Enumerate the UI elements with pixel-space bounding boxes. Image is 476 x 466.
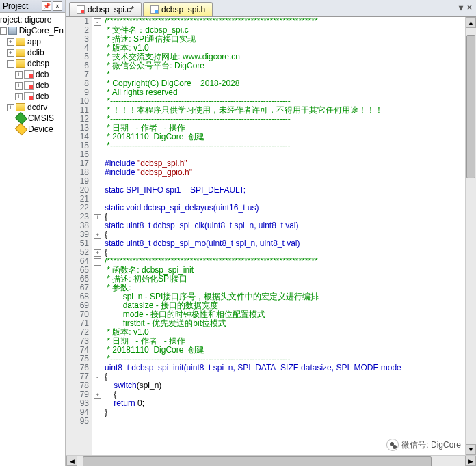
expand-icon[interactable]: - <box>0 27 7 35</box>
scroll-down-button[interactable]: ▼ <box>466 444 476 455</box>
tree-item[interactable]: CMSIS <box>0 113 65 124</box>
panel-close-icon[interactable]: × <box>53 1 62 11</box>
tree-item[interactable]: Device <box>0 124 65 135</box>
tab-close-icon[interactable]: × <box>467 3 472 12</box>
expand-icon <box>7 126 14 133</box>
comp-green-icon <box>15 112 27 124</box>
scroll-up-button[interactable]: ▲ <box>466 17 476 28</box>
folder-icon <box>16 103 25 111</box>
panel-header: Project 📌 × <box>0 0 65 13</box>
tab-bar: dcbsp_spi.c*dcbsp_spi.h ▾ × <box>66 0 476 17</box>
file-c-icon <box>24 81 34 90</box>
editor-tab[interactable]: dcbsp_spi.c* <box>69 2 142 16</box>
expand-icon <box>7 115 14 122</box>
tree-item-label: CMSIS <box>28 113 54 123</box>
folder-icon <box>16 38 25 46</box>
project-root[interactable]: roject: digcore <box>0 14 65 25</box>
hscroll-thumb[interactable] <box>83 456 432 466</box>
source-text[interactable]: /***************************************… <box>103 17 465 455</box>
h-file-icon <box>150 5 159 14</box>
project-panel: Project 📌 × roject: digcore -DigCore_En+… <box>0 0 66 466</box>
watermark: 微信号: DigCore <box>382 436 465 454</box>
expand-icon[interactable]: + <box>15 93 23 100</box>
tree-item-label: dcdrv <box>27 102 47 112</box>
vscroll-thumb[interactable] <box>466 35 475 178</box>
folder-icon <box>16 49 25 57</box>
tab-dropdown-icon[interactable]: ▾ <box>459 3 463 12</box>
tree-item-label: Device <box>28 124 53 134</box>
horizontal-scrollbar[interactable]: ◀ ▶ <box>66 455 476 466</box>
fold-column: -+++--+ <box>92 17 103 455</box>
fold-toggle[interactable]: + <box>94 392 101 399</box>
tree-item[interactable]: +dcb <box>0 69 65 80</box>
editor-tab[interactable]: dcbsp_spi.h <box>143 2 213 16</box>
tree-item[interactable]: +dclib <box>0 47 65 58</box>
tree-item-label: app <box>27 37 41 46</box>
panel-pin-icon[interactable]: 📌 <box>42 1 51 11</box>
project-tree: roject: digcore -DigCore_En+app+dclib-dc… <box>0 13 65 136</box>
watermark-text: 微信号: DigCore <box>401 439 461 451</box>
fold-toggle[interactable]: - <box>94 18 101 26</box>
editor-area: dcbsp_spi.c*dcbsp_spi.h ▾ × 123456789101… <box>66 0 476 466</box>
tree-item[interactable]: +dcb <box>0 91 65 102</box>
wechat-icon <box>386 439 399 451</box>
folder-icon <box>16 59 25 68</box>
scroll-left-button[interactable]: ◀ <box>66 456 77 466</box>
pkg-icon <box>8 27 17 35</box>
project-root-label: roject: digcore <box>0 15 51 25</box>
tree-item-label: dclib <box>27 48 44 57</box>
tree-item[interactable]: +dcdrv <box>0 102 65 113</box>
fold-toggle[interactable]: + <box>94 249 101 257</box>
c-file-icon <box>77 5 85 14</box>
tree-item[interactable]: -dcbsp <box>0 58 65 69</box>
tree-item-label: dcbsp <box>27 59 49 68</box>
fold-toggle[interactable]: - <box>94 374 101 381</box>
code-editor[interactable]: 1234567891011121314151617181920212223383… <box>66 17 465 455</box>
expand-icon[interactable]: + <box>7 49 14 57</box>
file-c-icon <box>24 92 34 100</box>
tree-item[interactable]: -DigCore_En <box>0 25 65 36</box>
tree-item-label: dcb <box>36 92 49 101</box>
expand-icon[interactable]: + <box>15 71 23 79</box>
tree-item-label: DigCore_En <box>19 26 64 36</box>
file-c-icon <box>24 70 34 79</box>
tree-item[interactable]: +dcb <box>0 80 65 91</box>
vertical-scrollbar[interactable]: ▲ ▼ <box>465 17 476 455</box>
tree-item[interactable]: +app <box>0 36 65 47</box>
tree-item-label: dcb <box>36 81 49 90</box>
fold-toggle[interactable]: + <box>94 214 101 221</box>
comp-yellow-icon <box>15 123 27 135</box>
tree-item-label: dcb <box>36 70 49 79</box>
tab-label: dcbsp_spi.c* <box>88 5 134 14</box>
panel-title: Project <box>3 1 28 11</box>
fold-toggle[interactable]: - <box>94 258 101 266</box>
expand-icon[interactable]: + <box>15 82 23 90</box>
fold-toggle[interactable]: + <box>94 232 101 239</box>
tab-label: dcbsp_spi.h <box>161 5 205 14</box>
line-number-gutter: 1234567891011121314151617181920212223383… <box>66 17 92 455</box>
expand-icon[interactable]: + <box>7 38 14 46</box>
scroll-right-button[interactable]: ▶ <box>465 456 476 466</box>
expand-icon[interactable]: + <box>7 104 14 111</box>
expand-icon[interactable]: - <box>7 60 14 68</box>
